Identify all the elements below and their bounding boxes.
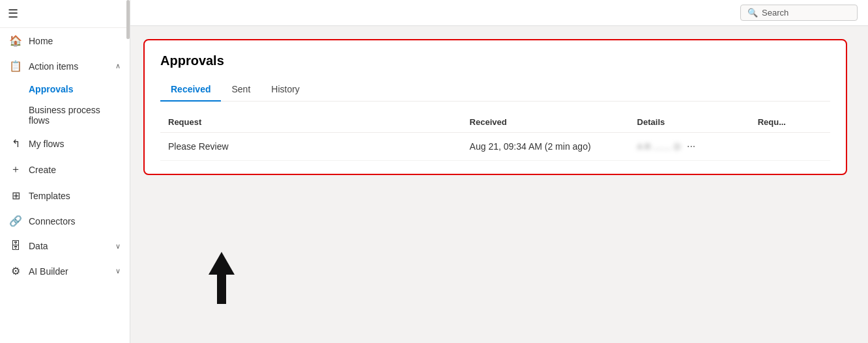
details-blurred-text: A R ........ D <box>637 142 680 152</box>
search-icon: 🔍 <box>747 8 758 18</box>
sidebar-item-action-items[interactable]: 📋 Action items ∧ <box>0 53 130 79</box>
my-flows-icon: ↰ <box>9 137 22 150</box>
sidebar-item-label: My flows <box>29 139 121 149</box>
approvals-label: Approvals <box>29 84 73 94</box>
sidebar-item-create[interactable]: ＋ Create <box>0 156 130 183</box>
home-icon: 🏠 <box>9 34 22 47</box>
sidebar-item-templates[interactable]: ⊞ Templates <box>0 183 130 208</box>
tabs-bar: Received Sent History <box>160 79 830 102</box>
col-header-details: Details <box>629 112 750 133</box>
main-content: 🔍 Search Approvals Received Sent History… <box>130 0 868 343</box>
approvals-card: Approvals Received Sent History Request … <box>143 39 847 175</box>
sidebar-item-connectors[interactable]: 🔗 Connectors <box>0 208 130 234</box>
data-icon: 🗄 <box>9 240 22 252</box>
bpf-label: Business process flows <box>29 105 121 126</box>
sidebar-item-label: Connectors <box>29 216 121 226</box>
table-row: Please Review Aug 21, 09:34 AM (2 min ag… <box>160 133 830 161</box>
hamburger-icon[interactable]: ☰ <box>8 7 18 20</box>
cell-request: Please Review <box>160 133 462 161</box>
sidebar-item-label: Create <box>29 165 121 175</box>
sidebar-item-label: Data <box>29 241 109 251</box>
arrow-stem <box>217 275 226 304</box>
action-items-icon: 📋 <box>9 60 22 72</box>
sidebar-item-label: Home <box>29 36 121 46</box>
tab-sent[interactable]: Sent <box>221 79 261 101</box>
scrollbar[interactable] <box>126 0 130 39</box>
create-icon: ＋ <box>9 163 22 176</box>
sidebar-item-approvals[interactable]: Approvals <box>0 79 130 100</box>
sidebar-item-data[interactable]: 🗄 Data ∨ <box>0 234 130 258</box>
templates-icon: ⊞ <box>9 189 22 202</box>
chevron-down-icon: ∨ <box>115 267 121 275</box>
search-box[interactable]: 🔍 Search <box>740 5 858 21</box>
sidebar-item-label: Templates <box>29 191 121 201</box>
chevron-down-icon: ∨ <box>115 242 121 251</box>
content-area: Approvals Received Sent History Request … <box>130 26 868 343</box>
sidebar: ☰ 🏠 Home 📋 Action items ∧ Approvals Busi… <box>0 0 130 343</box>
arrow-annotation <box>209 252 235 304</box>
cell-received: Aug 21, 09:34 AM (2 min ago) <box>462 133 629 161</box>
sidebar-item-ai-builder[interactable]: ⚙ AI Builder ∨ <box>0 258 130 284</box>
connectors-icon: 🔗 <box>9 215 22 227</box>
chevron-up-icon: ∧ <box>115 62 121 70</box>
sidebar-item-business-process-flows[interactable]: Business process flows <box>0 100 130 131</box>
sidebar-header: ☰ <box>0 0 130 28</box>
cell-details: A R ........ D ··· <box>629 133 750 161</box>
col-header-request: Request <box>160 112 462 133</box>
tab-received[interactable]: Received <box>160 79 221 101</box>
topbar: 🔍 Search <box>130 0 868 26</box>
search-label: Search <box>762 8 788 18</box>
sidebar-item-my-flows[interactable]: ↰ My flows <box>0 131 130 156</box>
sidebar-item-label: Action items <box>29 61 109 72</box>
col-header-received: Received <box>462 112 629 133</box>
approvals-title: Approvals <box>160 53 830 68</box>
ai-builder-icon: ⚙ <box>9 265 22 277</box>
cell-requ <box>750 133 830 161</box>
sidebar-item-label: AI Builder <box>29 266 109 277</box>
tab-history[interactable]: History <box>261 79 310 101</box>
sidebar-item-home[interactable]: 🏠 Home <box>0 28 130 53</box>
col-header-requ: Requ... <box>750 112 830 133</box>
arrow-up-icon <box>209 252 235 275</box>
more-options-button[interactable]: ··· <box>687 141 695 152</box>
approvals-table: Request Received Details Requ... Please … <box>160 112 830 161</box>
